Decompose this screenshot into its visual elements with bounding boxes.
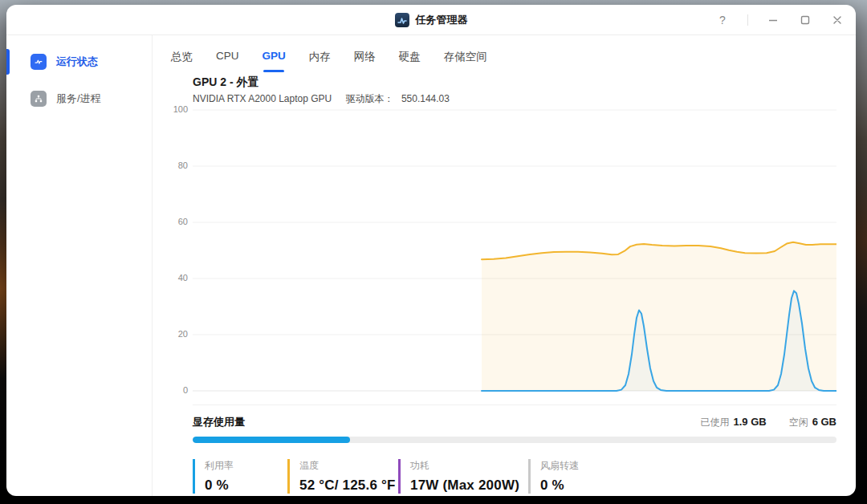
task-manager-window: 任务管理器 ? 运行状态服务/进程 总览CPUGPU内存网络硬盘存储空间 bbox=[6, 5, 856, 496]
sidebar-item-services-processes[interactable]: 服务/进程 bbox=[6, 83, 152, 114]
stat-card: 利用率0 % bbox=[193, 459, 287, 494]
sidebar-item-label: 服务/进程 bbox=[56, 91, 101, 106]
tab-总览[interactable]: 总览 bbox=[170, 47, 193, 74]
y-axis-tick-label: 40 bbox=[157, 273, 188, 282]
gpu-device-line: NVIDIA RTX A2000 Laptop GPU 驱动版本： 550.14… bbox=[193, 92, 836, 106]
window-controls: ? bbox=[715, 5, 845, 35]
close-icon[interactable] bbox=[830, 13, 845, 27]
window-title: 任务管理器 bbox=[416, 13, 468, 27]
gpu-stats-row: 利用率0 %温度52 °C/ 125.6 °F功耗17W (Max 200W)风… bbox=[193, 459, 836, 494]
sidebar-item-label: 运行状态 bbox=[56, 55, 98, 69]
stat-value: 52 °C/ 125.6 °F bbox=[299, 478, 398, 494]
sidebar: 运行状态服务/进程 bbox=[6, 35, 153, 496]
stat-card: 温度52 °C/ 125.6 °F bbox=[287, 459, 398, 494]
tab-cpu[interactable]: CPU bbox=[215, 47, 240, 74]
y-axis-tick-label: 100 bbox=[157, 104, 188, 114]
stat-card: 风扇转速0 % bbox=[528, 459, 836, 494]
stat-label: 功耗 bbox=[410, 459, 528, 473]
stat-value: 0 % bbox=[540, 478, 836, 494]
y-axis-tick-label: 60 bbox=[157, 217, 188, 226]
gpu-section-heading: GPU 2 - 外置 bbox=[193, 75, 836, 90]
tab-内存[interactable]: 内存 bbox=[308, 47, 332, 74]
stat-label: 利用率 bbox=[205, 459, 287, 473]
stat-label: 温度 bbox=[299, 459, 398, 473]
gpu-usage-chart-area: 100806040200 bbox=[193, 109, 836, 392]
tab-网络[interactable]: 网络 bbox=[353, 47, 377, 74]
stat-card: 功耗17W (Max 200W) bbox=[398, 459, 528, 494]
stat-value: 17W (Max 200W) bbox=[410, 478, 528, 494]
activity-icon bbox=[31, 54, 47, 70]
controls-divider bbox=[747, 14, 748, 26]
driver-version-value: 550.144.03 bbox=[401, 93, 450, 104]
vram-used: 已使用1.9 GB bbox=[700, 416, 766, 429]
minimize-icon[interactable] bbox=[766, 13, 780, 27]
help-icon[interactable]: ? bbox=[715, 13, 730, 27]
gpu-device-name: NVIDIA RTX A2000 Laptop GPU bbox=[193, 93, 332, 104]
desktop-wallpaper: 任务管理器 ? 运行状态服务/进程 总览CPUGPU内存网络硬盘存储空间 bbox=[0, 0, 867, 504]
titlebar: 任务管理器 ? bbox=[6, 5, 856, 35]
stat-label: 风扇转速 bbox=[540, 459, 836, 473]
y-axis-tick-label: 0 bbox=[157, 385, 188, 395]
processes-icon bbox=[31, 91, 47, 107]
task-manager-app-icon bbox=[395, 13, 409, 27]
vram-free: 空闲6 GB bbox=[789, 416, 836, 429]
stat-value: 0 % bbox=[205, 478, 287, 494]
tab-存储空间[interactable]: 存储空间 bbox=[443, 47, 488, 74]
tab-bar: 总览CPUGPU内存网络硬盘存储空间 bbox=[170, 47, 836, 74]
vram-section: 显存使用量 已使用1.9 GB 空闲6 GB bbox=[193, 404, 836, 443]
content-panel: 总览CPUGPU内存网络硬盘存储空间 GPU 2 - 外置 NVIDIA RTX… bbox=[153, 35, 856, 496]
driver-version-label: 驱动版本： bbox=[346, 93, 394, 104]
tab-硬盘[interactable]: 硬盘 bbox=[398, 47, 421, 74]
sidebar-item-running-status[interactable]: 运行状态 bbox=[6, 47, 152, 77]
vram-figures: 已使用1.9 GB 空闲6 GB bbox=[700, 416, 836, 429]
tab-gpu[interactable]: GPU bbox=[262, 47, 287, 74]
y-axis-tick-label: 20 bbox=[157, 329, 188, 339]
vram-progress-track bbox=[193, 437, 836, 443]
vram-label: 显存使用量 bbox=[193, 415, 245, 429]
vram-progress-fill bbox=[193, 437, 350, 443]
maximize-icon[interactable] bbox=[798, 13, 812, 27]
y-axis-tick-label: 80 bbox=[157, 161, 188, 170]
gpu-usage-chart bbox=[193, 109, 836, 392]
